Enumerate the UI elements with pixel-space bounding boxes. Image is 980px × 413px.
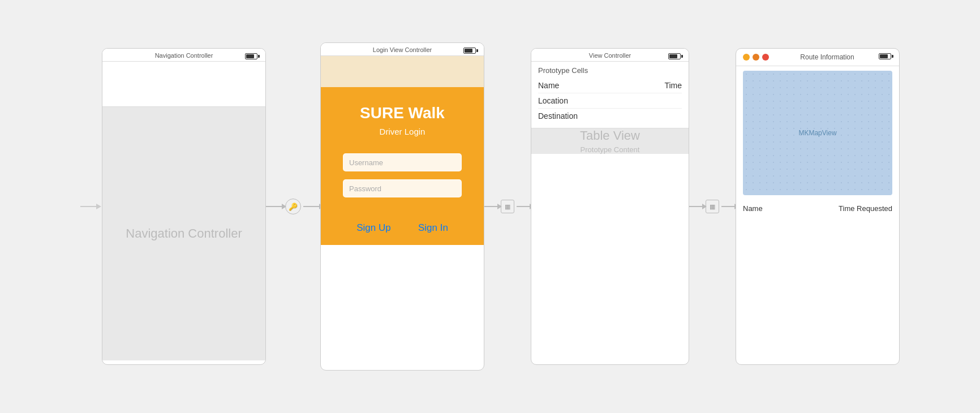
route-info-title-row: Route Information [736,49,899,66]
table-view-body: Table View Prototype Content [531,128,689,154]
prototype-row-2: Location [538,93,682,109]
map-view: MKMapView [743,71,892,195]
login-title-bar: Login View Controller [321,43,484,56]
route-time-label: Time Requested [839,204,892,213]
username-input[interactable]: Username [343,153,462,171]
segue-square-1: ▦ [501,200,514,213]
nav-controller-body: Navigation Controller [102,107,265,360]
wc-orange [753,54,759,61]
view-controller-title: View Controller [589,52,631,59]
battery-icon-2 [463,48,476,54]
navigation-controller-frame: Navigation Controller Navigation Control… [102,48,266,365]
key-icon: 🔑 [289,203,298,211]
table-view-sublabel: Prototype Content [581,145,640,154]
password-placeholder: Password [349,184,381,193]
map-label: MKMapView [798,129,836,137]
nav-bar-area [102,62,265,107]
sign-up-button[interactable]: Sign Up [356,222,390,234]
proto-location-label: Location [538,96,568,105]
sign-in-button[interactable]: Sign In [418,222,448,234]
route-info-frame: Route Information MKMapView Name Time Re… [736,48,900,365]
password-input[interactable]: Password [343,179,462,197]
route-bottom-row: Name Time Requested [736,200,899,217]
segue-square-icon-2: ▦ [710,203,715,210]
view-controller-title-bar: View Controller [531,49,689,62]
segue-square-icon-1: ▦ [505,203,510,210]
route-name-label: Name [743,204,763,213]
prototype-row-3: Destination [538,109,682,123]
username-placeholder: Username [349,158,383,167]
login-app-title: SURE Walk [360,104,445,122]
segue-square-2: ▦ [706,200,719,213]
prototype-cells-section: Prototype Cells Name Time Location Desti… [531,62,689,128]
segue-circle-1: 🔑 [285,199,301,214]
window-controls [743,54,769,61]
nav-controller-title-bar: Navigation Controller [102,49,265,62]
route-info-label: Route Information [769,53,886,61]
login-controller-frame: Login View Controller SURE Walk Driver L… [320,42,484,371]
login-subtitle: Driver Login [380,127,425,136]
table-view-label: Table View [580,128,640,143]
battery-icon-1 [245,53,257,59]
proto-destination-label: Destination [538,111,578,121]
proto-time-label: Time [664,81,682,90]
battery-icon-4 [879,53,891,59]
prototype-cells-label: Prototype Cells [538,66,682,75]
nav-controller-label: Navigation Controller [126,226,242,241]
proto-name-label: Name [538,81,559,90]
canvas: Navigation Controller Navigation Control… [0,0,980,413]
login-controller-title: Login View Controller [373,46,432,53]
initial-arrow [80,206,97,207]
table-view-controller-frame: View Controller Prototype Cells Name Tim… [531,48,689,365]
battery-icon-3 [668,53,681,59]
wc-red [762,54,769,61]
login-orange-body: SURE Walk Driver Login Username Password… [321,87,484,245]
login-buttons-row: Sign Up Sign In [343,222,462,234]
login-top-cream-bar [321,56,484,87]
wc-yellow [743,54,750,61]
arrow-1-2: 🔑 [266,199,320,214]
nav-controller-title: Navigation Controller [155,52,213,59]
arrow-2-3: ▦ [484,200,531,213]
prototype-row-1: Name Time [538,78,682,93]
arrow-3-4: ▦ [689,200,736,213]
